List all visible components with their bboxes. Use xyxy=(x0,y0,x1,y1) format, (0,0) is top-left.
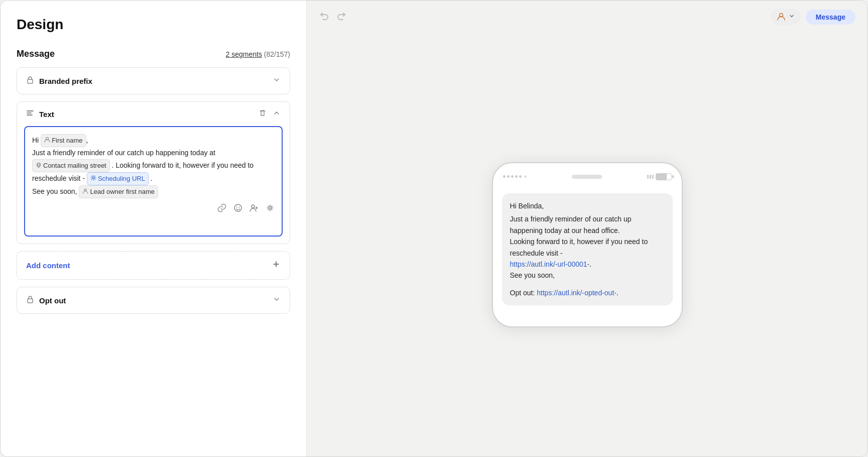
phone-dot xyxy=(519,175,522,178)
phone-dot xyxy=(515,175,518,178)
phone-dot xyxy=(511,175,514,178)
editor-toolbar xyxy=(32,198,275,215)
add-content-card[interactable]: Add content xyxy=(17,251,290,280)
sms-opt-out-pre: Opt out: xyxy=(510,289,537,297)
svg-point-8 xyxy=(252,205,255,208)
sms-opt-out-post: . xyxy=(616,289,618,297)
token-first-name-label: First name xyxy=(52,135,82,146)
branded-prefix-title: Branded prefix xyxy=(39,77,92,85)
text-section-card: Text xyxy=(17,101,290,244)
battery-bar xyxy=(647,175,649,179)
sms-link1[interactable]: https://autl.ink/-url-00001- xyxy=(510,260,590,268)
editor-content: Hi First name , Just a friendly reminder… xyxy=(32,134,275,198)
opt-out-header[interactable]: Opt out xyxy=(17,287,290,313)
map-icon xyxy=(36,161,42,171)
phone-wifi-icon: ▾ xyxy=(524,174,527,179)
phone-status-bar: ▾ xyxy=(493,173,682,187)
segments-link[interactable]: 2 segments xyxy=(226,50,262,58)
editor-period: . xyxy=(149,174,153,182)
branded-prefix-card: Branded prefix xyxy=(17,67,290,94)
gear-icon xyxy=(90,173,96,184)
left-panel: Design Message 2 segments (82/157) Bra xyxy=(1,1,307,456)
phone-wrapper: ▾ xyxy=(307,33,867,456)
battery-lines xyxy=(647,175,654,179)
right-panel: Message ▾ xyxy=(307,1,867,456)
redo-icon[interactable] xyxy=(337,11,347,23)
collapse-icon[interactable] xyxy=(273,109,281,119)
phone-battery xyxy=(656,173,672,180)
page-title: Design xyxy=(17,17,290,33)
sms-line4: See you soon, xyxy=(510,270,665,281)
sms-line2: Looking forward to it, however if you ne… xyxy=(510,236,665,259)
token-lead-owner[interactable]: Lead owner first name xyxy=(79,185,158,198)
opt-out-lock-icon xyxy=(26,295,34,305)
settings-icon[interactable] xyxy=(266,203,275,215)
user-pill[interactable] xyxy=(771,9,801,25)
user-avatar-icon xyxy=(777,12,786,22)
svg-point-6 xyxy=(236,207,237,208)
phone-battery-area xyxy=(647,173,672,180)
battery-bar xyxy=(652,175,654,179)
text-section-title: Text xyxy=(39,110,54,119)
phone-dot xyxy=(507,175,510,178)
sms-bubble: Hi Belinda, Just a friendly reminder of … xyxy=(502,193,673,305)
sms-greeting: Hi Belinda, xyxy=(510,200,665,211)
right-toolbar-left xyxy=(319,11,347,23)
token-scheduling-url[interactable]: Scheduling URL xyxy=(87,172,149,185)
segments-info: 2 segments (82/157) xyxy=(226,50,290,58)
plus-icon xyxy=(272,260,281,271)
text-card-header-right xyxy=(259,109,281,119)
token-lead-owner-label: Lead owner first name xyxy=(90,186,155,197)
svg-rect-10 xyxy=(28,299,33,303)
text-editor-wrapper: Hi First name , Just a friendly reminder… xyxy=(17,126,290,244)
svg-point-9 xyxy=(269,207,272,209)
editor-see-you: See you soon, xyxy=(32,187,77,195)
text-editor[interactable]: Hi First name , Just a friendly reminder… xyxy=(24,126,283,237)
branded-prefix-header[interactable]: Branded prefix xyxy=(17,68,290,94)
message-label: Message xyxy=(17,49,55,59)
sms-period1: . xyxy=(589,260,591,268)
add-content-label: Add content xyxy=(26,261,70,270)
svg-point-4 xyxy=(84,189,86,191)
opt-out-card: Opt out xyxy=(17,287,290,314)
phone-dots: ▾ xyxy=(503,174,527,179)
token-scheduling-url-label: Scheduling URL xyxy=(98,173,145,184)
lead-icon xyxy=(82,186,88,197)
message-header: Message 2 segments (82/157) xyxy=(17,49,290,59)
sms-opt-out: Opt out: https://autl.ink/-opted-out-. xyxy=(510,287,665,298)
opt-out-title: Opt out xyxy=(39,296,66,305)
sms-line1: Just a friendly reminder of our catch up… xyxy=(510,213,665,236)
phone-dot xyxy=(503,175,506,178)
editor-line2: Just a friendly reminder of our catch up… xyxy=(32,149,215,157)
person-icon xyxy=(44,136,50,146)
token-contact-mailing-label: Contact mailing street xyxy=(43,160,106,171)
editor-comma: , xyxy=(86,136,88,144)
text-card-header: Text xyxy=(17,102,290,126)
emoji-icon[interactable] xyxy=(233,203,242,215)
phone-signal-bar xyxy=(572,175,602,179)
lock-icon xyxy=(26,76,34,86)
phone-mockup: ▾ xyxy=(492,162,683,327)
opt-out-chevron-icon xyxy=(273,295,281,305)
sms-link2[interactable]: https://autl.ink/-opted-out- xyxy=(537,289,616,297)
text-icon xyxy=(26,109,34,119)
char-count: (82/157) xyxy=(264,50,290,58)
phone-content: Hi Belinda, Just a friendly reminder of … xyxy=(493,187,682,311)
branded-prefix-chevron-icon xyxy=(273,76,281,86)
trash-icon[interactable] xyxy=(259,109,267,119)
phone-battery-fill xyxy=(656,174,667,180)
message-tab-label: Message xyxy=(816,13,845,21)
link-icon[interactable] xyxy=(217,203,226,215)
text-card-header-left: Text xyxy=(26,109,54,119)
undo-icon[interactable] xyxy=(319,11,329,23)
editor-hi: Hi xyxy=(32,136,41,144)
token-first-name[interactable]: First name xyxy=(41,134,86,147)
token-contact-mailing[interactable]: Contact mailing street xyxy=(32,159,110,172)
branded-prefix-header-left: Branded prefix xyxy=(26,76,92,86)
person-add-icon[interactable] xyxy=(250,203,259,215)
right-toolbar-right: Message xyxy=(771,9,855,25)
opt-out-header-left: Opt out xyxy=(26,295,66,305)
svg-point-7 xyxy=(239,207,240,208)
svg-rect-0 xyxy=(28,79,33,83)
message-tab[interactable]: Message xyxy=(806,10,855,25)
